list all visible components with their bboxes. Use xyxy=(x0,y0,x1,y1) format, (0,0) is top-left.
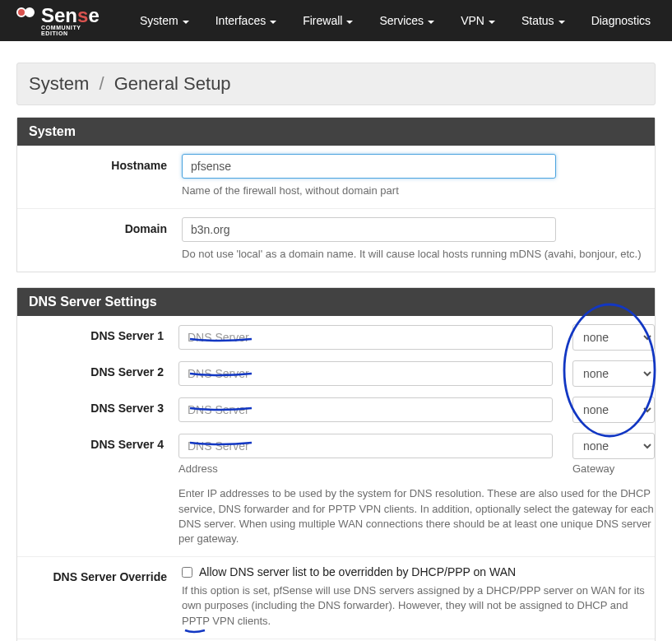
dns-server-4-gateway[interactable]: none xyxy=(572,433,655,459)
nav-interfaces[interactable]: Interfaces xyxy=(202,0,290,41)
dns-server-3-gateway[interactable]: none xyxy=(572,397,655,423)
dns-server-2-input[interactable] xyxy=(178,361,553,386)
breadcrumb-bar: System / General Setup xyxy=(16,63,656,105)
brand-logo[interactable]: Sense COMMUNITY EDITION xyxy=(16,6,107,36)
caret-down-icon xyxy=(183,14,189,27)
dns-server-4-input[interactable] xyxy=(178,434,553,458)
caret-down-icon xyxy=(346,14,353,27)
hostname-row: Hostname Name of the firewall host, with… xyxy=(17,146,655,209)
nav-firewall[interactable]: Firewall xyxy=(290,0,366,41)
dns-override-help: If this option is set, pfSense will use … xyxy=(182,583,655,629)
brand-text: Sense xyxy=(41,6,100,26)
dns-address-col-label: Address xyxy=(178,462,572,475)
hostname-help: Name of the firewall host, without domai… xyxy=(182,183,655,198)
dns-server-2-gateway[interactable]: none xyxy=(572,360,655,387)
dns-gateway-col-label: Gateway xyxy=(572,462,614,475)
nav-system[interactable]: System xyxy=(127,0,202,41)
breadcrumb: System / General Setup xyxy=(29,73,643,95)
nav-label: Status xyxy=(521,14,554,27)
nav-services[interactable]: Services xyxy=(366,0,447,41)
nav-label: Services xyxy=(379,14,424,27)
nav-vpn[interactable]: VPN xyxy=(447,0,508,41)
breadcrumb-page: General Setup xyxy=(114,73,231,94)
domain-row: Domain Do not use 'local' as a domain na… xyxy=(17,209,655,272)
nav-label: Interfaces xyxy=(216,14,266,27)
dns-panel-heading: DNS Server Settings xyxy=(17,288,655,316)
dns-server-1-gateway[interactable]: none xyxy=(572,324,655,351)
dns-override-row: DNS Server Override Allow DNS server lis… xyxy=(17,557,655,639)
dns-help: Enter IP addresses to be used by the sys… xyxy=(178,486,655,546)
brand-subtitle: COMMUNITY EDITION xyxy=(41,25,107,36)
nav-status[interactable]: Status xyxy=(508,0,578,41)
nav-label: VPN xyxy=(461,14,484,27)
breadcrumb-separator: / xyxy=(99,73,104,94)
caret-down-icon xyxy=(558,14,565,27)
dns-server-4-row: DNS Server 4 none Address Gateway Enter … xyxy=(17,428,655,557)
nav-label: Diagnostics xyxy=(591,14,651,27)
hostname-label: Hostname xyxy=(17,154,182,198)
dns-server-4-label: DNS Server 4 xyxy=(17,433,178,546)
dns-override-checkbox-label[interactable]: Allow DNS server list to be overridden b… xyxy=(199,565,516,578)
dns-override-checkbox[interactable] xyxy=(182,567,192,578)
dns-server-2-label: DNS Server 2 xyxy=(17,360,178,387)
caret-down-icon xyxy=(428,14,434,27)
dns-server-1-input[interactable] xyxy=(178,325,553,350)
system-panel: System Hostname Name of the firewall hos… xyxy=(16,117,656,272)
svg-point-1 xyxy=(25,8,34,16)
nav-label: Firewall xyxy=(303,14,342,27)
domain-help: Do not use 'local' as a domain name. It … xyxy=(182,247,655,262)
hostname-input[interactable] xyxy=(182,154,556,179)
dns-server-3-label: DNS Server 3 xyxy=(17,397,178,423)
dns-server-1-label: DNS Server 1 xyxy=(17,324,178,351)
nav-label: System xyxy=(140,14,178,27)
dns-server-1-row: DNS Server 1 none xyxy=(17,316,655,355)
svg-point-0 xyxy=(17,8,25,16)
dns-server-3-input[interactable] xyxy=(178,397,553,422)
breadcrumb-root[interactable]: System xyxy=(29,73,89,94)
domain-label: Domain xyxy=(17,217,182,262)
dns-panel: DNS Server Settings DNS Server 1 none DN… xyxy=(16,287,656,641)
caret-down-icon xyxy=(489,14,495,27)
dns-server-2-row: DNS Server 2 none xyxy=(17,355,655,392)
caret-down-icon xyxy=(270,14,276,27)
nav-diagnostics[interactable]: Diagnostics xyxy=(578,0,664,41)
top-nav: Sense COMMUNITY EDITION System Interface… xyxy=(0,0,672,41)
logo-dots-icon xyxy=(16,7,38,24)
nav-items: System Interfaces Firewall Services VPN … xyxy=(127,0,664,41)
system-panel-heading: System xyxy=(17,118,655,146)
domain-input[interactable] xyxy=(182,217,556,242)
dns-server-3-row: DNS Server 3 none xyxy=(17,392,655,428)
dns-override-label: DNS Server Override xyxy=(17,565,182,629)
